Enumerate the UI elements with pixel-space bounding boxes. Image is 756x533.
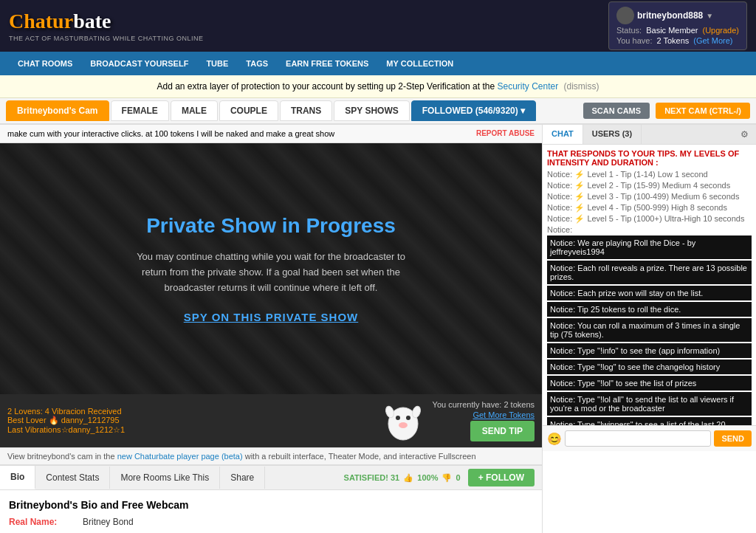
chat-black-10: Notice: Type "!winners" to see a list of…: [547, 417, 752, 425]
video-footer-info: 2 Lovens: 4 Vibracion Received Best Love…: [0, 394, 542, 447]
tab-trans[interactable]: TRANS: [280, 100, 332, 121]
current-tokens-display: You currently have: 2 tokens: [433, 400, 535, 409]
tip-section: You currently have: 2 tokens Get More To…: [433, 400, 535, 441]
chat-black-2: Notice: Each roll reveals a prize. There…: [547, 261, 752, 284]
chat-tab-bar: CHAT USERS (3) ⚙: [543, 125, 756, 145]
nav-item-earn[interactable]: EARN FREE TOKENS: [277, 52, 377, 75]
private-show-title: Private Show in Progress: [131, 214, 411, 238]
bio-tab-contest[interactable]: Contest Stats: [35, 467, 110, 489]
abuse-bar: make cum with your interactive clicks. a…: [0, 125, 542, 143]
chat-black-8: Notice: Type "!lol" to see the list of p…: [547, 376, 752, 391]
next-cam-button[interactable]: NEXT CAM (CTRL-/): [656, 103, 750, 119]
thumbs-up-icon: 👍: [403, 473, 413, 482]
chat-black-6: Notice: Type "!info" to see the (app inf…: [547, 343, 752, 358]
nav-bar: CHAT ROOMS BROADCAST YOURSELF TUBE TAGS …: [0, 52, 756, 75]
tab-actions: SCAN CAMS NEXT CAM (CTRL-/): [583, 103, 751, 119]
emoji-button[interactable]: 😊: [547, 430, 562, 447]
chat-messages: THAT RESPONDS TO YOUR TIPS. MY LEVELS OF…: [543, 145, 756, 425]
nav-item-collection[interactable]: MY COLLECTION: [377, 52, 462, 75]
tokens-label: You have:: [616, 36, 653, 45]
beta-text-1: View britneybond's cam in the: [7, 452, 115, 461]
header: Chaturbate THE ACT OF MASTURBATING WHILE…: [0, 0, 756, 52]
chat-black-1: Notice: We are playing Roll the Dice - b…: [547, 235, 752, 259]
nav-item-tube[interactable]: TUBE: [197, 52, 237, 75]
beta-link[interactable]: new Chaturbate player page (beta): [117, 452, 243, 461]
satisfied-label: SATISFIED! 31: [344, 473, 400, 482]
spy-on-show-link[interactable]: SPY ON THIS PRIVATE SHOW: [131, 311, 411, 323]
beta-notice: View britneybond's cam in the new Chatur…: [0, 447, 542, 464]
svg-point-2: [406, 416, 410, 420]
get-more-link[interactable]: (Get More): [693, 36, 732, 45]
avatar: [616, 7, 634, 24]
chat-black-5: Notice: You can roll a maximum of 3 time…: [547, 318, 752, 342]
bio-tab-bar: Bio Contest Stats More Rooms Like This S…: [0, 466, 542, 490]
get-more-tokens-link[interactable]: Get More Tokens: [472, 410, 535, 419]
tokens-value: 2 Tokens: [656, 36, 689, 45]
security-banner: Add an extra layer of protection to your…: [0, 75, 756, 98]
send-chat-button[interactable]: SEND: [714, 430, 752, 447]
bio-right-actions: SATISFIED! 31 👍 100% 👎 0 + FOLLOW: [337, 469, 542, 486]
chat-notice-blank: Notice:: [547, 225, 752, 234]
satisfied-text: SATISFIED! 31 👍 100% 👎 0: [344, 473, 461, 483]
private-show-overlay: Private Show in Progress You may continu…: [116, 199, 426, 337]
follow-button[interactable]: + FOLLOW: [468, 469, 535, 486]
nav-item-broadcast[interactable]: BROADCAST YOURSELF: [81, 52, 197, 75]
bio-tab-more-rooms[interactable]: More Rooms Like This: [110, 467, 220, 489]
username: britneybond888: [637, 10, 703, 21]
vibration-msg-3: Last Vibrations☆danny_1212☆1: [7, 425, 374, 435]
dismiss-text[interactable]: (dismiss): [564, 81, 599, 92]
scan-cams-button[interactable]: SCAN CAMS: [583, 103, 650, 119]
send-tip-button[interactable]: SEND TIP: [470, 421, 535, 441]
logo-sub: THE ACT OF MASTURBATING WHILE CHATTING O…: [9, 35, 204, 42]
tab-male[interactable]: MALE: [171, 100, 218, 121]
chat-level-3: Notice: ⚡ Level 3 - Tip (100-499) Medium…: [547, 192, 752, 202]
chat-input-area: 😊 SEND: [543, 425, 756, 451]
user-info-panel: britneybond888 ▼ Status: Basic Member (U…: [608, 1, 747, 50]
bio-field-realname: Real Name: Britney Bond: [9, 517, 533, 527]
svg-point-1: [396, 416, 400, 420]
chat-black-9: Notice: Type "!lol all" to send the list…: [547, 392, 752, 416]
security-center-link[interactable]: Security Center: [497, 81, 558, 92]
video-area: Private Show in Progress You may continu…: [0, 143, 542, 394]
vibration-msg-1: 2 Lovens: 4 Vibracion Received: [7, 407, 374, 416]
status-value: Basic Member: [646, 26, 698, 35]
cam-tab-bar: Britneybond's Cam FEMALE MALE COUPLE TRA…: [0, 98, 756, 125]
bio-title: Britneybond's Bio and Free Webcam: [9, 499, 533, 511]
chat-level-4: Notice: ⚡ Level 4 - Tip (500-999) High 8…: [547, 203, 752, 213]
chat-input[interactable]: [565, 430, 711, 447]
bio-tab-bio[interactable]: Bio: [0, 466, 35, 489]
beta-text-2: with a rebuilt interface, Theater Mode, …: [245, 452, 476, 461]
thumbs-down-icon: 👎: [441, 473, 452, 482]
chat-black-4: Notice: Tip 25 tokens to roll the dice.: [547, 302, 752, 317]
status-label: Status:: [616, 26, 642, 35]
chat-panel: CHAT USERS (3) ⚙ THAT RESPONDS TO YOUR T…: [542, 125, 756, 533]
bio-tab-share[interactable]: Share: [220, 467, 265, 489]
logo-text: Chaturbate: [9, 10, 204, 33]
realname-value: Britney Bond: [83, 517, 134, 527]
tab-female[interactable]: FEMALE: [111, 100, 169, 121]
chat-level-5: Notice: ⚡ Level 5 - Tip (1000+) Ultra-Hi…: [547, 214, 752, 224]
chat-tab-chat[interactable]: CHAT: [543, 125, 583, 144]
chat-level-1: Notice: ⚡ Level 1 - Tip (1-14) Low 1 sec…: [547, 170, 752, 179]
logo: Chaturbate THE ACT OF MASTURBATING WHILE…: [9, 10, 204, 42]
nav-item-tags[interactable]: TAGS: [237, 52, 277, 75]
chat-header-msg: THAT RESPONDS TO YOUR TIPS. MY LEVELS OF…: [547, 149, 752, 167]
chat-level-2: Notice: ⚡ Level 2 - Tip (15-99) Medium 4…: [547, 181, 752, 190]
tab-current-cam[interactable]: Britneybond's Cam: [6, 100, 109, 121]
vibration-messages: 2 Lovens: 4 Vibracion Received Best Love…: [7, 407, 374, 435]
abuse-message: make cum with your interactive clicks. a…: [7, 129, 334, 138]
tab-followed[interactable]: FOLLOWED (546/9320) ▾: [411, 100, 536, 121]
chat-black-3: Notice: Each prize won will stay on the …: [547, 286, 752, 300]
chat-settings-icon[interactable]: ⚙: [733, 125, 756, 144]
left-panel: make cum with your interactive clicks. a…: [0, 125, 542, 533]
tab-couple[interactable]: COUPLE: [219, 100, 278, 121]
upgrade-link[interactable]: (Upgrade): [702, 26, 739, 35]
chat-black-7: Notice: Type "!log" to see the changelog…: [547, 360, 752, 374]
dropdown-arrow-icon[interactable]: ▼: [706, 12, 713, 20]
chat-tab-users[interactable]: USERS (3): [583, 125, 642, 144]
report-abuse-link[interactable]: REPORT ABUSE: [476, 129, 535, 138]
security-text: Add an extra layer of protection to your…: [157, 81, 495, 92]
nav-item-chat-rooms[interactable]: CHAT ROOMS: [9, 52, 81, 75]
vibration-msg-2: Best Lover 🔥 danny_1212795: [7, 416, 374, 425]
tab-spy-shows[interactable]: SPY SHOWS: [334, 100, 409, 121]
